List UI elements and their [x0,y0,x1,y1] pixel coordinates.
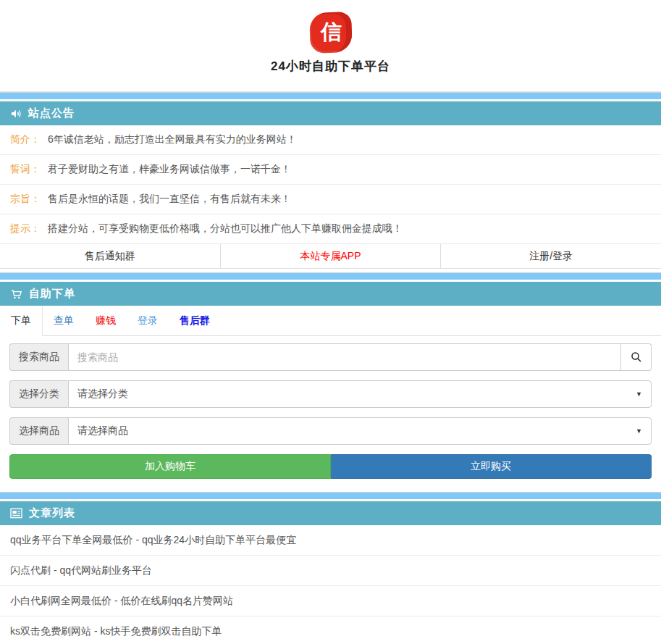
articles-header: 文章列表 [0,501,661,525]
tab-place-order[interactable]: 下单 [0,306,43,336]
search-group: 搜索商品 [9,343,652,371]
announcement-header: 站点公告 [0,101,661,125]
tab-earn-money[interactable]: 赚钱 [85,306,127,335]
article-link[interactable]: 闪点代刷 - qq代网站刷业务平台 [0,556,661,586]
search-icon [630,351,643,364]
search-button[interactable] [621,343,652,371]
category-select[interactable]: 请选择分类 ▼ [68,380,652,408]
article-link[interactable]: 小白代刷网全网最低价 - 低价在线刷qq名片赞网站 [0,586,661,616]
site-header: 信 24小时自助下单平台 [0,12,661,92]
tab-login[interactable]: 登录 [127,306,169,335]
section-divider-strip [0,272,661,280]
tab-aftersale-group[interactable]: 售后群 [169,306,221,335]
search-input[interactable] [68,343,621,371]
announcement-text: 君子爱财助之有道，梓豪业务网诚信做事，一诺千金！ [48,163,291,176]
announcement-row-purpose: 宗旨： 售后是永恒的话题，我们一直坚信，有售后就有未来！ [0,185,661,214]
announcement-text: 搭建分站，可享受购物更低价格哦，分站也可以推广他人下单赚取佣金提成哦！ [48,222,403,235]
section-divider-strip [0,492,661,499]
articles-header-label: 文章列表 [29,506,75,520]
article-link[interactable]: ks双击免费刷网站 - ks快手免费刷双击自助下单 [0,616,661,644]
site-app-link[interactable]: 本站专属APP [221,244,442,268]
order-header: 自助下单 [0,282,661,306]
product-select[interactable]: 请选择商品 ▼ [68,417,652,445]
order-form: 搜索商品 选择分类 请选择分类 ▼ 选择商品 请选择商品 ▼ 加入购物车 立即购… [0,336,661,479]
announcement-label: 宗旨： [10,193,41,206]
add-to-cart-button[interactable]: 加入购物车 [9,454,331,479]
register-login-link[interactable]: 注册/登录 [441,244,661,268]
order-header-label: 自助下单 [29,287,75,301]
chevron-down-icon: ▼ [636,427,642,435]
cart-icon [10,288,22,300]
announcement-text: 6年诚信老站，励志打造出全网最具有实力的业务网站！ [48,133,297,146]
announcement-label: 誓词： [10,163,41,176]
order-tabs: 下单 查单 赚钱 登录 售后群 [0,306,661,336]
product-label: 选择商品 [9,417,68,445]
announcement-row-tip: 提示： 搭建分站，可享受购物更低价格哦，分站也可以推广他人下单赚取佣金提成哦！ [0,214,661,244]
product-select-value: 请选择商品 [77,425,128,438]
category-group: 选择分类 请选择分类 ▼ [9,380,652,408]
announcement-text: 售后是永恒的话题，我们一直坚信，有售后就有未来！ [48,193,291,206]
quick-links-row: 售后通知群 本站专属APP 注册/登录 [0,244,661,269]
order-actions: 加入购物车 立即购买 [9,454,652,479]
announcement-label: 简介： [10,133,41,146]
category-label: 选择分类 [9,380,68,408]
site-logo-seal: 信 [309,12,353,54]
logo-character: 信 [320,18,341,47]
section-divider-strip [0,92,661,99]
search-label: 搜索商品 [9,343,68,371]
chevron-down-icon: ▼ [636,390,642,398]
aftersale-group-link[interactable]: 售后通知群 [0,244,221,268]
site-title: 24小时自助下单平台 [0,58,661,75]
announcement-row-intro: 简介： 6年诚信老站，励志打造出全网最具有实力的业务网站！ [0,125,661,155]
announcement-row-oath: 誓词： 君子爱财助之有道，梓豪业务网诚信做事，一诺千金！ [0,155,661,185]
speaker-icon [10,108,22,120]
category-select-value: 请选择分类 [77,388,128,401]
product-group: 选择商品 请选择商品 ▼ [9,417,652,445]
announcement-header-label: 站点公告 [28,106,75,120]
newspaper-icon [10,508,22,519]
announcement-label: 提示： [10,222,41,235]
article-link[interactable]: qq业务平台下单全网最低价 - qq业务24小时自助下单平台最便宜 [0,525,661,556]
buy-now-button[interactable]: 立即购买 [331,454,652,479]
tab-check-order[interactable]: 查单 [43,306,85,335]
